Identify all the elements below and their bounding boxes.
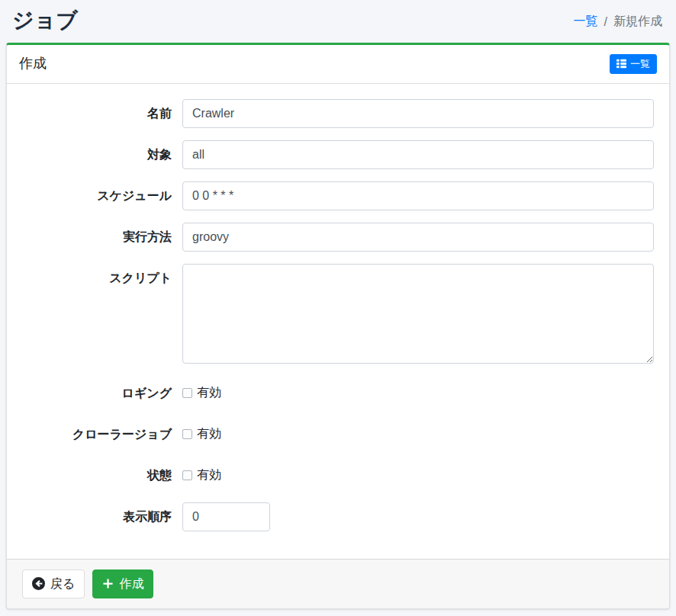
status-label: 状態 — [22, 461, 182, 490]
form-row-script: スクリプト — [22, 264, 654, 367]
arrow-circle-left-icon — [32, 577, 45, 590]
logging-label: ロギング — [22, 379, 182, 408]
breadcrumb-separator: / — [598, 15, 613, 29]
breadcrumb: 一覧 / 新規作成 — [574, 11, 664, 30]
form-row-executor: 実行方法 — [22, 223, 654, 252]
th-list-icon — [616, 59, 626, 69]
script-textarea[interactable] — [182, 264, 654, 364]
card-body: 名前 対象 スケジュール 実行方法 スクリプト — [7, 84, 669, 559]
status-checkbox[interactable] — [182, 470, 192, 480]
content-header: ジョブ 一覧 / 新規作成 — [0, 0, 676, 43]
form-row-status: 状態 有効 — [22, 461, 654, 490]
back-button-label: 戻る — [50, 578, 75, 590]
script-label: スクリプト — [22, 264, 182, 367]
executor-input[interactable] — [182, 223, 654, 252]
crawler-job-checkbox[interactable] — [182, 429, 192, 439]
target-input[interactable] — [182, 140, 654, 169]
page-title: ジョブ — [12, 8, 78, 34]
job-create-card: 作成 一覧 名前 対象 — [6, 43, 670, 609]
card-footer: 戻る 作成 — [7, 559, 669, 608]
crawler-job-checkbox-label[interactable]: 有効 — [197, 426, 221, 442]
create-button[interactable]: 作成 — [92, 569, 153, 598]
breadcrumb-list-link[interactable]: 一覧 — [574, 14, 598, 30]
target-label: 対象 — [22, 140, 182, 169]
plus-icon — [102, 578, 114, 589]
name-label: 名前 — [22, 99, 182, 128]
form-row-target: 対象 — [22, 140, 654, 169]
schedule-input[interactable] — [182, 181, 654, 210]
sort-order-input[interactable] — [182, 502, 270, 531]
card-header: 作成 一覧 — [7, 45, 669, 84]
logging-checkbox-label[interactable]: 有効 — [197, 385, 221, 401]
status-checkbox-label[interactable]: 有効 — [197, 467, 221, 483]
logging-checkbox[interactable] — [182, 388, 192, 398]
form-row-logging: ロギング 有効 — [22, 379, 654, 408]
form-row-schedule: スケジュール — [22, 181, 654, 210]
sort-order-label: 表示順序 — [22, 502, 182, 531]
schedule-label: スケジュール — [22, 181, 182, 210]
list-button[interactable]: 一覧 — [610, 54, 657, 74]
form-row-sort-order: 表示順序 — [22, 502, 654, 531]
breadcrumb-current: 新規作成 — [613, 14, 662, 30]
crawler-job-label: クローラージョブ — [22, 420, 182, 449]
executor-label: 実行方法 — [22, 223, 182, 252]
create-button-label: 作成 — [119, 578, 143, 590]
back-button[interactable]: 戻る — [22, 569, 85, 598]
form-row-crawler-job: クローラージョブ 有効 — [22, 420, 654, 449]
card-title: 作成 — [19, 55, 47, 72]
form-row-name: 名前 — [22, 99, 654, 128]
list-button-label: 一覧 — [630, 57, 650, 71]
name-input[interactable] — [182, 99, 654, 128]
